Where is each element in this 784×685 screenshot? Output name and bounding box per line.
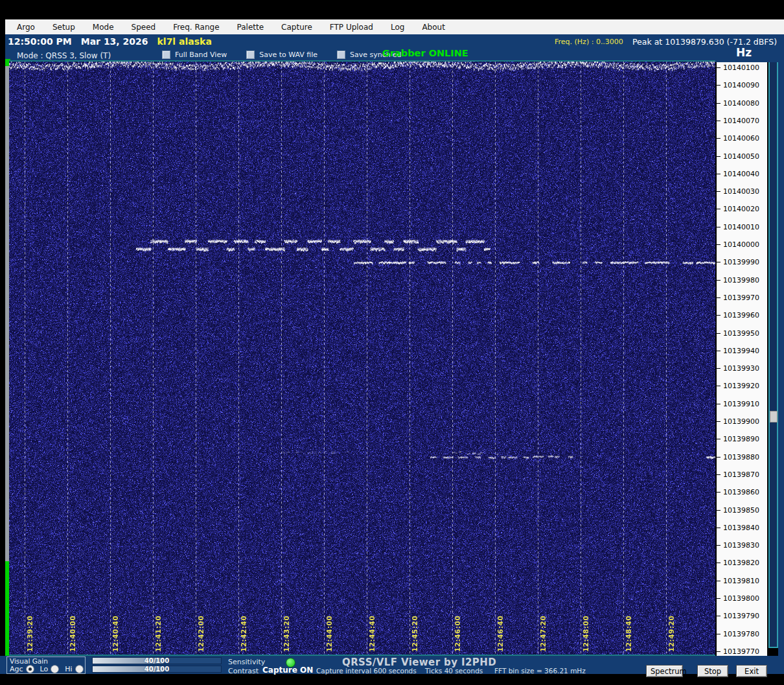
radio-hi[interactable]: Hi — [65, 665, 83, 673]
tick-mark-icon — [717, 333, 721, 334]
tick-mark-icon — [717, 351, 721, 351]
checkbox-box-icon[interactable] — [246, 51, 255, 59]
menu-item-argo[interactable]: Argo — [17, 23, 35, 32]
contrast-value: 40/100 — [93, 666, 221, 673]
spectrum-button[interactable]: Spectrum — [646, 665, 683, 677]
freq-tick-label: 10140070 — [723, 117, 759, 125]
radio-circle-icon[interactable] — [51, 665, 59, 673]
menu-item-log[interactable]: Log — [391, 23, 404, 32]
current-date: Mar 13, 2026 — [81, 36, 148, 47]
tick-mark-icon — [717, 404, 721, 404]
time-tick-label: 12:46:40 — [496, 616, 504, 652]
radio-label: Lo — [40, 665, 49, 673]
freq-tick: 10140040 — [717, 170, 759, 178]
freq-tick: 10139780 — [717, 630, 759, 638]
station-callsign: kl7l alaska — [157, 36, 212, 47]
freq-tick: 10140000 — [717, 240, 759, 249]
tick-mark-icon — [717, 616, 721, 616]
checkbox-save-to-wav-file[interactable]: Save to WAV file — [246, 51, 317, 59]
tick-mark-icon — [717, 510, 721, 511]
freq-tick-label: 10140020 — [723, 205, 759, 213]
freq-tick-label: 10139850 — [723, 506, 759, 515]
freq-tick: 10139870 — [717, 470, 759, 479]
freq-tick-label: 10140080 — [723, 99, 759, 108]
frequency-scrollbar[interactable] — [768, 62, 778, 648]
menu-item-about[interactable]: About — [422, 23, 444, 32]
freq-tick-label: 10139950 — [723, 329, 759, 338]
freq-tick-label: 10139810 — [723, 577, 759, 585]
tick-mark-icon — [717, 67, 721, 68]
current-time: 12:50:00 PM — [8, 36, 72, 47]
freq-range-readout: Freq. (Hz) : 0..3000 — [555, 38, 623, 46]
radio-circle-icon[interactable] — [75, 665, 84, 673]
checkbox-label: Full Band View — [175, 51, 227, 59]
exit-button[interactable]: Exit — [736, 665, 767, 677]
tick-mark-icon — [717, 368, 721, 369]
freq-tick-label: 10140090 — [723, 81, 759, 89]
freq-tick: 10139820 — [717, 559, 759, 567]
peak-readout: Peak at 10139879.630 (-71.2 dBFS) — [632, 37, 777, 47]
freq-tick: 10139930 — [717, 364, 759, 373]
tick-mark-icon — [717, 280, 721, 281]
freq-tick: 10139770 — [717, 647, 759, 656]
checkbox-full-band-view[interactable]: Full Band View — [162, 51, 227, 59]
freq-tick-label: 10139770 — [723, 647, 759, 656]
tick-mark-icon — [717, 598, 721, 599]
checkbox-box-icon[interactable] — [337, 51, 345, 59]
radio-circle-icon[interactable] — [26, 665, 34, 673]
checkbox-box-icon[interactable] — [162, 51, 170, 59]
time-tick-label: 12:48:00 — [582, 616, 590, 652]
freq-tick-label: 10140030 — [723, 187, 759, 196]
freq-tick: 10139800 — [717, 594, 759, 603]
time-tick-label: 12:46:00 — [454, 616, 461, 652]
menu-item-ftp-upload[interactable]: FTP Upload — [330, 23, 373, 32]
tick-mark-icon — [717, 85, 721, 86]
waterfall-area: 12:39:2012:40:0012:40:4012:41:2012:42:00… — [9, 60, 715, 656]
freq-tick: 10139940 — [717, 347, 759, 355]
freq-tick: 10139890 — [717, 435, 759, 443]
waterfall-canvas[interactable] — [9, 62, 715, 655]
time-tick-label: 12:48:40 — [625, 616, 632, 652]
menu-item-capture[interactable]: Capture — [281, 23, 312, 32]
sensitivity-slider[interactable]: 40/100 — [92, 657, 222, 664]
frequency-scale: 1014010010140090101400801014007010140060… — [717, 62, 767, 656]
contrast-label: Contrast — [228, 667, 259, 675]
time-tick-label: 12:39:20 — [26, 616, 34, 652]
freq-tick-label: 10139780 — [723, 630, 759, 638]
tick-mark-icon — [717, 545, 721, 546]
menu-item-setup[interactable]: Setup — [52, 23, 75, 32]
menu-item-mode[interactable]: Mode — [93, 23, 114, 32]
freq-tick-label: 10139870 — [723, 470, 759, 479]
visual-gain-title: Visual Gain — [10, 657, 48, 665]
sensitivity-label: Sensitivity — [228, 658, 265, 666]
freq-tick-label: 10139970 — [723, 294, 759, 302]
scrollbar-thumb[interactable] — [770, 411, 778, 423]
tick-mark-icon — [717, 581, 721, 581]
menu-item-palette[interactable]: Palette — [237, 23, 264, 32]
tick-mark-icon — [717, 492, 721, 493]
tick-mark-icon — [717, 297, 721, 298]
freq-tick: 10139970 — [717, 294, 759, 302]
freq-tick: 10139900 — [717, 417, 759, 426]
freq-tick-label: 10140050 — [723, 152, 759, 161]
stop-button[interactable]: Stop — [697, 665, 728, 677]
freq-tick-label: 10139890 — [723, 435, 759, 443]
freq-tick-label: 10139980 — [723, 276, 759, 284]
radio-agc[interactable]: Agc — [10, 665, 34, 673]
freq-tick-label: 10140060 — [723, 134, 759, 143]
checkbox-group: Full Band ViewSave to WAV fileSave synch… — [162, 51, 402, 59]
freq-tick-label: 10139800 — [723, 594, 759, 603]
clock-row: 12:50:00 PM Mar 13, 2026 kl7l alaska — [8, 36, 212, 47]
tick-mark-icon — [717, 121, 721, 121]
time-tick-label: 12:44:40 — [368, 616, 376, 652]
menu-item-freq-range[interactable]: Freq. Range — [173, 23, 219, 32]
tick-mark-icon — [717, 474, 721, 475]
tick-mark-icon — [717, 174, 721, 174]
tick-mark-icon — [717, 103, 721, 104]
freq-tick: 10139860 — [717, 488, 759, 496]
tick-mark-icon — [717, 386, 721, 386]
radio-lo[interactable]: Lo — [40, 665, 60, 673]
contrast-slider[interactable]: 40/100 — [92, 666, 222, 673]
menu-item-speed[interactable]: Speed — [132, 23, 156, 32]
tick-mark-icon — [717, 421, 721, 422]
